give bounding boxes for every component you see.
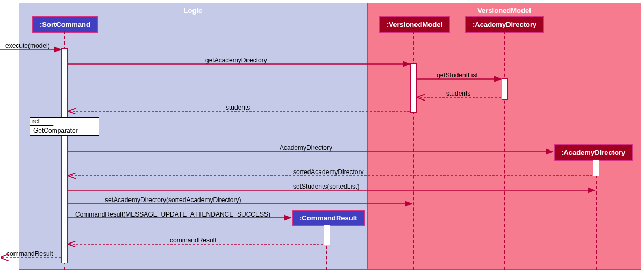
msg-commandresult-create: CommandResult(MESSAGE_UPDATE_ATTENDANCE_… xyxy=(75,211,270,218)
activation-academydirectory1 xyxy=(502,78,508,100)
msg-students2: students xyxy=(226,104,250,111)
msg-commandresult-return: commandResult xyxy=(170,237,217,244)
msg-execute: execute(model) xyxy=(5,42,50,49)
ref-tab: ref xyxy=(30,117,54,126)
msg-setstudents: setStudents(sortedList) xyxy=(293,183,359,190)
activation-versionedmodel-1 xyxy=(410,63,417,113)
msg-getstudentlist: getStudentList xyxy=(437,71,478,79)
msg-students1: students xyxy=(446,90,470,97)
versioned-title: VersionedModel xyxy=(477,6,531,15)
logic-title: Logic xyxy=(184,6,203,15)
activation-academydirectory2 xyxy=(593,159,599,176)
msg-getacademydirectory: getAcademyDirectory xyxy=(205,56,267,64)
logic-region: Logic xyxy=(19,3,367,270)
participant-commandresult: :CommandResult xyxy=(292,210,365,226)
msg-commandresult-out: commandResult xyxy=(6,250,53,257)
participant-academydirectory2: :AcademyDirectory xyxy=(554,144,633,161)
msg-setacademydirectory: setAcademyDirectory(sortedAcademyDirecto… xyxy=(105,196,241,204)
participant-versionedmodel: :VersionedModel xyxy=(379,16,450,33)
msg-sortedacademydirectory: sortedAcademyDirectory xyxy=(293,168,363,176)
msg-academydirectory-create: AcademyDirectory xyxy=(280,144,332,152)
activation-sortcommand xyxy=(61,48,68,263)
ref-text: GetComparator xyxy=(33,127,78,134)
activation-commandresult xyxy=(324,225,330,245)
lifeline-academydirectory1 xyxy=(504,31,505,270)
ref-fragment: ref GetComparator xyxy=(30,117,99,136)
